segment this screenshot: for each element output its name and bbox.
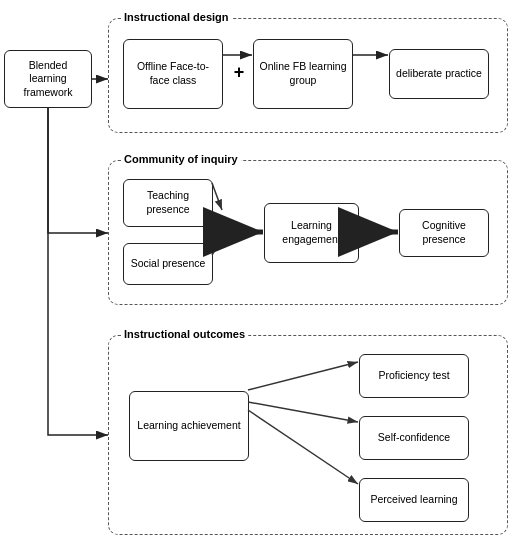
g1-box1: Offline Face-to-face class [123, 39, 223, 109]
g2-label1: Teaching presence [128, 189, 208, 216]
framework-label: Blended learning framework [9, 59, 87, 100]
g1-label1: Offline Face-to-face class [128, 60, 218, 87]
g2-box4: Cognitive presence [399, 209, 489, 257]
g2-box2: Social presence [123, 243, 213, 285]
g3-label2: Proficiency test [378, 369, 449, 383]
diagram: Blended learning framework Instructional… [0, 0, 524, 550]
g3-box3: Self-confidence [359, 416, 469, 460]
g1-box3: deliberate practice [389, 49, 489, 99]
group2-container: Community of inquiry Teaching presence S… [108, 160, 508, 305]
group1-label: Instructional design [121, 11, 232, 23]
framework-box: Blended learning framework [4, 50, 92, 108]
group3-container: Instructional outcomes Learning achievem… [108, 335, 508, 535]
group3-label: Instructional outcomes [121, 328, 248, 340]
g1-label2: Online FB learning group [258, 60, 348, 87]
g1-box2: Online FB learning group [253, 39, 353, 109]
g2-label2: Social presence [131, 257, 206, 271]
g2-box3: Learning engagement [264, 203, 359, 263]
g1-plus: + [229, 57, 249, 87]
group1-container: Instructional design Offline Face-to-fac… [108, 18, 508, 133]
g2-box1: Teaching presence [123, 179, 213, 227]
g3-label4: Perceived learning [371, 493, 458, 507]
g3-box1: Learning achievement [129, 391, 249, 461]
g2-label3: Learning engagement [269, 219, 354, 246]
g2-label4: Cognitive presence [404, 219, 484, 246]
g3-label1: Learning achievement [137, 419, 240, 433]
g3-box4: Perceived learning [359, 478, 469, 522]
g3-label3: Self-confidence [378, 431, 450, 445]
group2-label: Community of inquiry [121, 153, 241, 165]
g1-label3: deliberate practice [396, 67, 482, 81]
g3-box2: Proficiency test [359, 354, 469, 398]
g2-plus: + [213, 221, 233, 245]
